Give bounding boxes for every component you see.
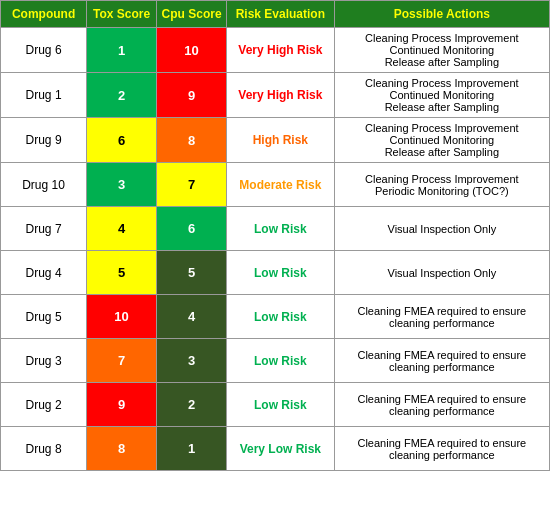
tox-score-cell: 9 xyxy=(87,383,157,427)
risk-evaluation-cell: Low Risk xyxy=(227,383,335,427)
table-row: Drug 968High RiskCleaning Process Improv… xyxy=(1,118,550,163)
possible-actions-cell: Cleaning Process Improvement Continued M… xyxy=(334,28,549,73)
cpu-score-cell: 4 xyxy=(157,295,227,339)
risk-evaluation-cell: Very Low Risk xyxy=(227,427,335,471)
possible-actions-cell: Visual Inspection Only xyxy=(334,207,549,251)
possible-actions-cell: Cleaning FMEA required to ensure cleanin… xyxy=(334,383,549,427)
cpu-score-cell: 5 xyxy=(157,251,227,295)
possible-actions-cell: Cleaning Process Improvement Continued M… xyxy=(334,73,549,118)
table-row: Drug 1037Moderate RiskCleaning Process I… xyxy=(1,163,550,207)
risk-evaluation-cell: Low Risk xyxy=(227,339,335,383)
cpu-score-cell: 2 xyxy=(157,383,227,427)
compound-cell: Drug 8 xyxy=(1,427,87,471)
compound-cell: Drug 10 xyxy=(1,163,87,207)
possible-actions-cell: Cleaning FMEA required to ensure cleanin… xyxy=(334,339,549,383)
cpu-score-cell: 8 xyxy=(157,118,227,163)
col-header-risk-evaluation: Risk Evaluation xyxy=(227,1,335,28)
possible-actions-cell: Cleaning Process Improvement Continued M… xyxy=(334,118,549,163)
compound-cell: Drug 7 xyxy=(1,207,87,251)
table-row: Drug 5104Low RiskCleaning FMEA required … xyxy=(1,295,550,339)
tox-score-cell: 4 xyxy=(87,207,157,251)
tox-score-cell: 5 xyxy=(87,251,157,295)
risk-evaluation-cell: Low Risk xyxy=(227,251,335,295)
compound-cell: Drug 5 xyxy=(1,295,87,339)
col-header-possible-actions: Possible Actions xyxy=(334,1,549,28)
cpu-score-cell: 7 xyxy=(157,163,227,207)
table-row: Drug 881Very Low RiskCleaning FMEA requi… xyxy=(1,427,550,471)
risk-evaluation-cell: Very High Risk xyxy=(227,73,335,118)
compound-cell: Drug 4 xyxy=(1,251,87,295)
tox-score-cell: 8 xyxy=(87,427,157,471)
tox-score-cell: 10 xyxy=(87,295,157,339)
cpu-score-cell: 9 xyxy=(157,73,227,118)
tox-score-cell: 1 xyxy=(87,28,157,73)
risk-evaluation-cell: Moderate Risk xyxy=(227,163,335,207)
table-row: Drug 373Low RiskCleaning FMEA required t… xyxy=(1,339,550,383)
risk-evaluation-cell: Very High Risk xyxy=(227,28,335,73)
tox-score-cell: 7 xyxy=(87,339,157,383)
risk-evaluation-table: Compound Tox Score Cpu Score Risk Evalua… xyxy=(0,0,550,471)
table-row: Drug 746Low RiskVisual Inspection Only xyxy=(1,207,550,251)
table-row: Drug 292Low RiskCleaning FMEA required t… xyxy=(1,383,550,427)
col-header-tox-score: Tox Score xyxy=(87,1,157,28)
compound-cell: Drug 2 xyxy=(1,383,87,427)
cpu-score-cell: 1 xyxy=(157,427,227,471)
possible-actions-cell: Visual Inspection Only xyxy=(334,251,549,295)
tox-score-cell: 6 xyxy=(87,118,157,163)
risk-evaluation-cell: High Risk xyxy=(227,118,335,163)
compound-cell: Drug 3 xyxy=(1,339,87,383)
cpu-score-cell: 6 xyxy=(157,207,227,251)
table-row: Drug 129Very High RiskCleaning Process I… xyxy=(1,73,550,118)
tox-score-cell: 2 xyxy=(87,73,157,118)
possible-actions-cell: Cleaning Process Improvement Periodic Mo… xyxy=(334,163,549,207)
compound-cell: Drug 9 xyxy=(1,118,87,163)
possible-actions-cell: Cleaning FMEA required to ensure cleanin… xyxy=(334,295,549,339)
col-header-cpu-score: Cpu Score xyxy=(157,1,227,28)
risk-evaluation-cell: Low Risk xyxy=(227,207,335,251)
possible-actions-cell: Cleaning FMEA required to ensure cleanin… xyxy=(334,427,549,471)
cpu-score-cell: 10 xyxy=(157,28,227,73)
compound-cell: Drug 6 xyxy=(1,28,87,73)
tox-score-cell: 3 xyxy=(87,163,157,207)
table-row: Drug 6110Very High RiskCleaning Process … xyxy=(1,28,550,73)
col-header-compound: Compound xyxy=(1,1,87,28)
risk-evaluation-cell: Low Risk xyxy=(227,295,335,339)
cpu-score-cell: 3 xyxy=(157,339,227,383)
table-row: Drug 455Low RiskVisual Inspection Only xyxy=(1,251,550,295)
compound-cell: Drug 1 xyxy=(1,73,87,118)
